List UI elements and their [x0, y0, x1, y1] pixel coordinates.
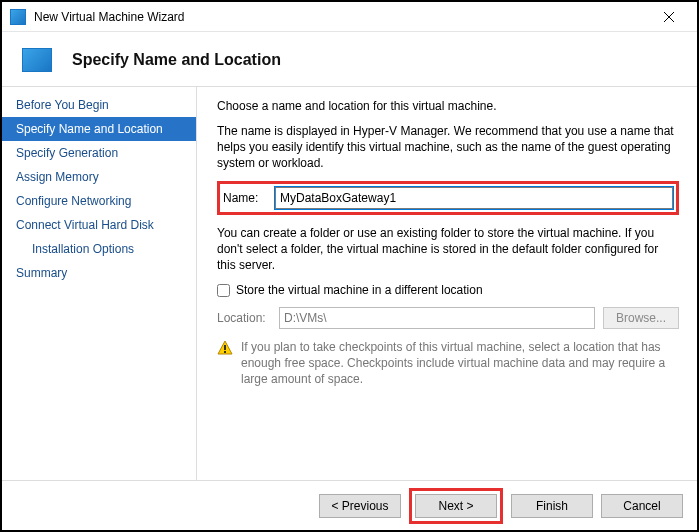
store-location-label[interactable]: Store the virtual machine in a different…	[236, 283, 483, 297]
app-icon	[10, 9, 26, 25]
titlebar: New Virtual Machine Wizard	[2, 2, 697, 32]
warning-row: If you plan to take checkpoints of this …	[217, 339, 679, 387]
sidebar-step[interactable]: Connect Virtual Hard Disk	[2, 213, 196, 237]
name-input[interactable]	[275, 187, 673, 209]
warning-icon	[217, 340, 233, 356]
footer: < Previous Next > Finish Cancel	[2, 480, 697, 530]
name-label: Name:	[223, 191, 267, 205]
body: Before You BeginSpecify Name and Locatio…	[2, 87, 697, 480]
location-label: Location:	[217, 311, 271, 325]
cancel-button[interactable]: Cancel	[601, 494, 683, 518]
sidebar-step[interactable]: Summary	[2, 261, 196, 285]
sidebar-step[interactable]: Installation Options	[2, 237, 196, 261]
intro-text: Choose a name and location for this virt…	[217, 99, 679, 113]
store-different-location-row: Store the virtual machine in a different…	[217, 283, 679, 297]
page-title: Specify Name and Location	[72, 51, 281, 69]
previous-button[interactable]: < Previous	[319, 494, 401, 518]
finish-button[interactable]: Finish	[511, 494, 593, 518]
folder-description-text: You can create a folder or use an existi…	[217, 225, 679, 273]
warning-text: If you plan to take checkpoints of this …	[241, 339, 679, 387]
wizard-icon	[22, 48, 52, 72]
location-input	[279, 307, 595, 329]
browse-button: Browse...	[603, 307, 679, 329]
page-header: Specify Name and Location	[2, 32, 697, 87]
close-icon	[664, 12, 674, 22]
close-button[interactable]	[649, 3, 689, 31]
store-location-checkbox[interactable]	[217, 284, 230, 297]
sidebar-step[interactable]: Configure Networking	[2, 189, 196, 213]
name-description-text: The name is displayed in Hyper-V Manager…	[217, 123, 679, 171]
sidebar-step[interactable]: Before You Begin	[2, 93, 196, 117]
svg-rect-3	[224, 345, 226, 350]
sidebar-step[interactable]: Assign Memory	[2, 165, 196, 189]
content-pane: Choose a name and location for this virt…	[197, 87, 697, 480]
window-title: New Virtual Machine Wizard	[34, 10, 649, 24]
svg-rect-4	[224, 351, 226, 353]
name-row: Name:	[217, 181, 679, 215]
sidebar-step[interactable]: Specify Name and Location	[2, 117, 196, 141]
location-row: Location: Browse...	[217, 307, 679, 329]
wizard-steps-sidebar: Before You BeginSpecify Name and Locatio…	[2, 87, 197, 480]
wizard-window: New Virtual Machine Wizard Specify Name …	[0, 0, 699, 532]
sidebar-step[interactable]: Specify Generation	[2, 141, 196, 165]
next-button[interactable]: Next >	[415, 494, 497, 518]
next-button-highlight: Next >	[409, 488, 503, 524]
